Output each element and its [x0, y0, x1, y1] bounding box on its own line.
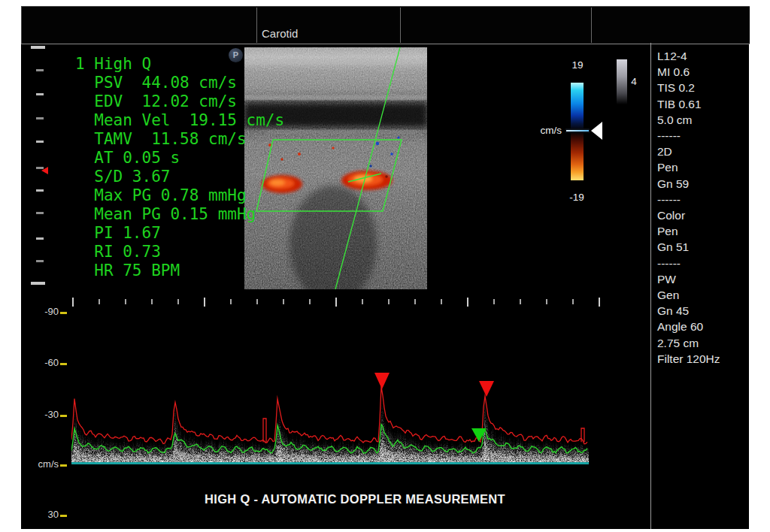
topbar-divider: [400, 8, 401, 43]
parameter-line: Gn 51: [657, 239, 746, 255]
parameter-line: Angle 60: [657, 319, 746, 334]
depth-tick: [36, 189, 44, 192]
velocity-axis-label: cm/s: [23, 458, 59, 470]
time-tick-minor: [362, 299, 363, 304]
time-tick-major: [467, 298, 468, 307]
parameter-line: ------: [657, 255, 746, 271]
time-tick-minor: [256, 299, 258, 304]
parameter-line: MI 0.6: [657, 64, 746, 80]
parameter-line: ------: [657, 128, 746, 144]
parameter-line: ------: [657, 192, 746, 207]
depth-tick: [36, 237, 44, 240]
depth-tick: [36, 93, 44, 95]
parameter-line: TIB 0.61: [657, 96, 746, 112]
panel-divider: [650, 43, 651, 529]
time-tick-minor: [388, 299, 390, 304]
parameter-line: 2D: [657, 144, 746, 159]
velocity-axis-tick: [60, 415, 67, 417]
parameter-line: Gen: [657, 287, 746, 303]
velocity-axis-label: -60: [23, 357, 59, 368]
colorbar-unit-label: cm/s: [532, 125, 562, 136]
ultrasound-screen: Carotid 1 High Q PSV 44.08 cm/s EDV 12.0…: [0, 0, 770, 532]
measurement-results: 1 High Q PSV 44.08 cm/s EDV 12.02 cm/s M…: [75, 55, 284, 280]
spectral-waveform-canvas[interactable]: [71, 367, 589, 463]
grayscale-bar: [617, 59, 627, 104]
parameter-line: Filter 120Hz: [657, 351, 746, 367]
depth-tick: [36, 212, 44, 214]
focus-marker-icon[interactable]: [41, 167, 48, 174]
velocity-axis-label: -30: [23, 409, 59, 420]
velocity-axis-tick: [60, 363, 67, 365]
velocity-axis-tick: [60, 515, 67, 517]
depth-tick: [36, 260, 44, 262]
probe-orientation-icon[interactable]: P: [229, 48, 243, 62]
topbar-divider: [256, 8, 257, 43]
time-tick-minor: [572, 299, 574, 304]
time-tick-minor: [230, 299, 232, 304]
colorbar-max-label: 19: [565, 59, 590, 71]
top-bar: Carotid: [21, 6, 750, 44]
colorbar-min-label: -19: [562, 192, 591, 203]
psv-marker-1[interactable]: [374, 373, 390, 389]
time-tick-major: [72, 298, 74, 307]
depth-tick: [36, 69, 44, 71]
vessel-wall-echo: [267, 130, 417, 134]
depth-tick: [36, 117, 44, 119]
time-tick-minor: [309, 299, 311, 304]
parameter-line: Gn 59: [657, 176, 746, 192]
psv-marker-2[interactable]: [479, 381, 494, 397]
time-tick-minor: [283, 299, 284, 304]
time-tick-minor: [546, 299, 547, 304]
time-tick-minor: [151, 299, 153, 304]
parameter-line: PW: [657, 271, 746, 287]
imaging-parameters-panel: L12-4MI 0.6TIS 0.2TIB 0.615.0 cm------2D…: [657, 48, 746, 367]
velocity-axis-tick: [60, 464, 67, 467]
velocity-axis-label: 30: [23, 509, 59, 520]
parameter-line: 2.75 cm: [657, 335, 746, 351]
parameter-line: L12-4: [657, 48, 746, 64]
topbar-divider: [591, 8, 592, 43]
depth-tick: [31, 282, 45, 285]
graybar-value-label: 4: [629, 76, 639, 87]
parameter-line: TIS 0.2: [657, 80, 746, 95]
time-tick-minor: [99, 299, 100, 304]
tab-carotid[interactable]: Carotid: [262, 27, 298, 40]
time-tick-minor: [493, 299, 495, 304]
time-tick-minor: [441, 299, 442, 304]
parameter-line: Pen: [657, 159, 746, 175]
time-tick-minor: [520, 299, 521, 304]
parameter-line: 5.0 cm: [657, 112, 746, 128]
time-tick-minor: [125, 299, 126, 304]
colorbar-positive-gradient: [571, 83, 584, 129]
parameter-line: Gn 45: [657, 303, 746, 319]
edv-marker[interactable]: [471, 428, 487, 442]
time-tick-major: [335, 298, 337, 307]
time-tick-major: [204, 298, 205, 307]
depth-tick: [31, 46, 45, 49]
depth-tick: [36, 141, 44, 143]
time-tick-minor: [414, 299, 416, 304]
velocity-axis-tick: [60, 312, 67, 314]
baseline-arrow-icon[interactable]: [591, 122, 602, 140]
spectral-baseline-line[interactable]: [71, 462, 589, 464]
parameter-line: Pen: [657, 223, 746, 239]
velocity-axis-label: -90: [23, 306, 59, 317]
parameter-line: Color: [657, 207, 746, 223]
time-tick-minor: [177, 299, 179, 304]
status-banner: HIGH Q - AUTOMATIC DOPPLER MEASUREMENT: [0, 492, 710, 506]
time-tick-major: [599, 298, 600, 307]
colorbar-negative-gradient: [571, 133, 584, 180]
